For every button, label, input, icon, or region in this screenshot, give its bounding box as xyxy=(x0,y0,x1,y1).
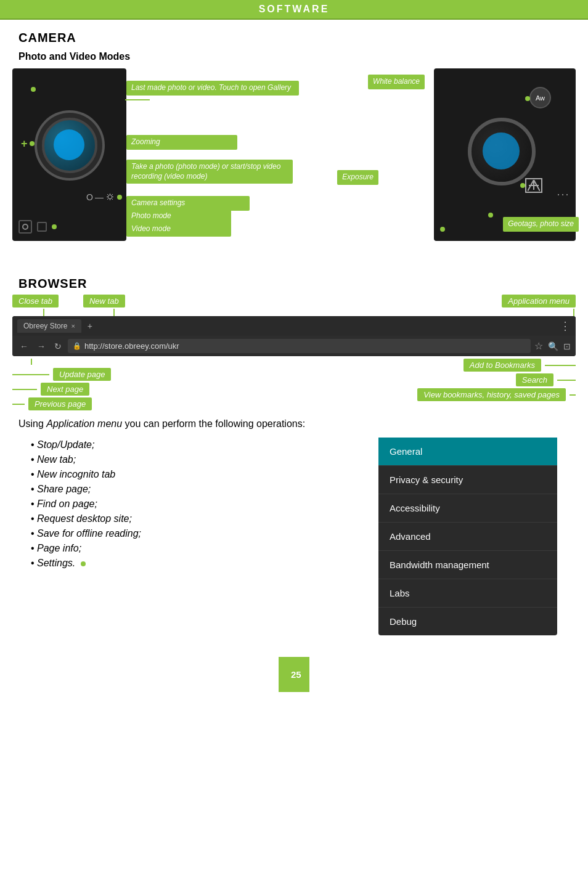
url-field[interactable]: 🔒 http://store.obreey.com/ukr xyxy=(68,339,531,353)
previous-page-label: Previous page xyxy=(28,397,92,410)
annotation-last-photo: Last made photo or video. Touch to open … xyxy=(126,81,299,96)
camera-dot-tl xyxy=(31,87,36,92)
camera-dot-zoom xyxy=(30,141,35,146)
footer: 25 xyxy=(0,635,588,717)
settings-menu-item-1[interactable]: Privacy & security xyxy=(378,466,557,494)
op-stop-text: Stop/Update; xyxy=(37,439,94,450)
refresh-button[interactable]: ↻ xyxy=(52,340,64,352)
annotation-geotags: Geotags, photo size xyxy=(503,217,579,232)
settings-menu: GeneralPrivacy & securityAccessibilityAd… xyxy=(378,438,557,635)
browser-tabs-row: Obreey Store × + ⋮ xyxy=(12,316,576,336)
new-tab-label: New tab xyxy=(83,295,125,307)
page-number: 25 xyxy=(279,657,309,692)
content-split: Stop/Update; New tab; New incognito tab … xyxy=(12,438,576,635)
camera-diagram: + O—⛭ Last made photo or video. Touch to… xyxy=(12,68,576,247)
next-page-label: Next page xyxy=(41,383,89,396)
star-icon[interactable]: ☆ xyxy=(534,340,543,352)
annotation-white-balance: White balance xyxy=(368,75,425,89)
camera-three-dots: ⋮ xyxy=(556,189,571,202)
annotation-zooming: Zooming xyxy=(126,135,237,150)
settings-menu-item-5[interactable]: Labs xyxy=(378,579,557,608)
camera-lens-inner xyxy=(54,129,84,160)
op-new-tab-text: New tab; xyxy=(37,454,76,465)
settings-menu-item-3[interactable]: Advanced xyxy=(378,523,557,551)
browser-menu-dots[interactable]: ⋮ xyxy=(560,319,571,333)
camera-right-lens xyxy=(468,118,536,185)
using-app-menu-text: Using Application menu you can perform t… xyxy=(18,417,570,431)
add-bookmarks-label: Add to Bookmarks xyxy=(463,359,541,372)
update-page-label: Update page xyxy=(53,368,111,381)
browser-section-title: BROWSER xyxy=(0,266,588,295)
ssl-icon: 🔒 xyxy=(73,342,81,350)
op-info: Page info; xyxy=(31,541,366,556)
op-find: Find on page; xyxy=(31,497,366,511)
camera-left-body: + O—⛭ xyxy=(12,68,126,241)
cam-right-dot-wb xyxy=(525,96,530,101)
camera-section: CAMERA Photo and Video Modes xyxy=(0,20,588,247)
bookmark-icon[interactable]: ⊡ xyxy=(563,341,571,351)
tab-add-icon[interactable]: + xyxy=(88,321,92,331)
cam-right-dot-exp xyxy=(520,183,525,188)
settings-menu-item-6[interactable]: Debug xyxy=(378,608,557,635)
annotation-take-photo: Take a photo (photo mode) or start/stop … xyxy=(126,160,293,184)
settings-dot xyxy=(117,195,122,200)
camera-right-inner xyxy=(483,132,520,169)
tab-name: Obreey Store xyxy=(23,322,67,330)
annotation-video-mode: Video mode xyxy=(126,222,231,237)
camera-icon-photo xyxy=(18,220,32,234)
settings-menu-container: GeneralPrivacy & securityAccessibilityAd… xyxy=(397,438,576,635)
url-action-icons: ☆ 🔍 ⊡ xyxy=(534,340,571,352)
settings-menu-item-2[interactable]: Accessibility xyxy=(378,494,557,523)
camera-right-body: Aw ⋮ Geotags, photo size xyxy=(434,68,576,241)
settings-menu-item-4[interactable]: Bandwidth management xyxy=(378,551,557,579)
op-info-text: Page info; xyxy=(37,543,81,553)
op-desktop: Request desktop site; xyxy=(31,511,366,526)
browser-chrome: Obreey Store × + ⋮ ← → ↻ 🔒 http://store.… xyxy=(12,316,576,356)
operations-list-container: Stop/Update; New tab; New incognito tab … xyxy=(12,438,385,635)
operations-list: Stop/Update; New tab; New incognito tab … xyxy=(31,438,366,571)
camera-section-title: CAMERA xyxy=(0,20,588,49)
op-desktop-text: Request desktop site; xyxy=(37,513,132,524)
op-offline: Save for offline reading; xyxy=(31,526,366,541)
tab-close-icon[interactable]: × xyxy=(71,322,75,330)
search-label: Search xyxy=(516,373,553,386)
cam-dot-geotags xyxy=(488,213,493,218)
browser-tab[interactable]: Obreey Store × xyxy=(17,319,81,333)
settings-dot-indicator xyxy=(81,561,86,566)
auto-wb-icon: Aw xyxy=(529,87,551,108)
camera-lens xyxy=(42,118,97,173)
app-menu-italic: Application menu xyxy=(46,418,122,429)
view-bookmarks-label: View bookmarks, history, saved pages xyxy=(417,388,566,401)
application-menu-label: Application menu xyxy=(502,295,576,307)
line-last-photo xyxy=(125,99,150,100)
exposure-icon xyxy=(525,178,542,193)
header-bar: SOFTWARE xyxy=(0,0,588,20)
search-icon[interactable]: 🔍 xyxy=(548,341,558,351)
op-incognito: New incognito tab xyxy=(31,467,366,482)
camera-settings-icon: O—⛭ xyxy=(86,192,122,203)
connector-lines-top xyxy=(12,309,576,316)
camera-dot-bottom xyxy=(52,224,57,229)
op-incognito-text: New incognito tab xyxy=(37,469,115,479)
op-settings-text: Settings. xyxy=(37,558,75,568)
back-button[interactable]: ← xyxy=(17,340,31,352)
url-text: http://store.obreey.com/ukr xyxy=(84,341,179,351)
using-text-1: Using xyxy=(18,418,46,429)
op-settings: Settings. xyxy=(31,556,366,571)
op-share-semi: ; xyxy=(88,484,91,494)
op-stop: Stop/Update; xyxy=(31,438,366,452)
browser-url-bar: ← → ↻ 🔒 http://store.obreey.com/ukr ☆ 🔍 … xyxy=(12,336,576,356)
browser-bottom-annotations: Update page Next page Previous page Add … xyxy=(12,359,576,410)
op-find-text: Find on page; xyxy=(37,499,97,509)
settings-menu-item-0[interactable]: General xyxy=(378,438,557,466)
close-tab-label: Close tab xyxy=(12,295,59,307)
browser-top-labels: Close tab New tab Application menu xyxy=(12,295,576,307)
browser-section: BROWSER Close tab New tab Application me… xyxy=(0,266,588,635)
cam-right-bottom-dot xyxy=(440,227,445,232)
using-text-2: you can perform the following operations… xyxy=(122,418,305,429)
op-offline-text: Save for offline reading; xyxy=(37,528,141,539)
forward-button[interactable]: → xyxy=(35,340,48,352)
header-title: SOFTWARE xyxy=(259,4,330,14)
camera-annotations-middle: Last made photo or video. Touch to open … xyxy=(126,68,434,247)
op-share: Share page; xyxy=(31,482,366,497)
